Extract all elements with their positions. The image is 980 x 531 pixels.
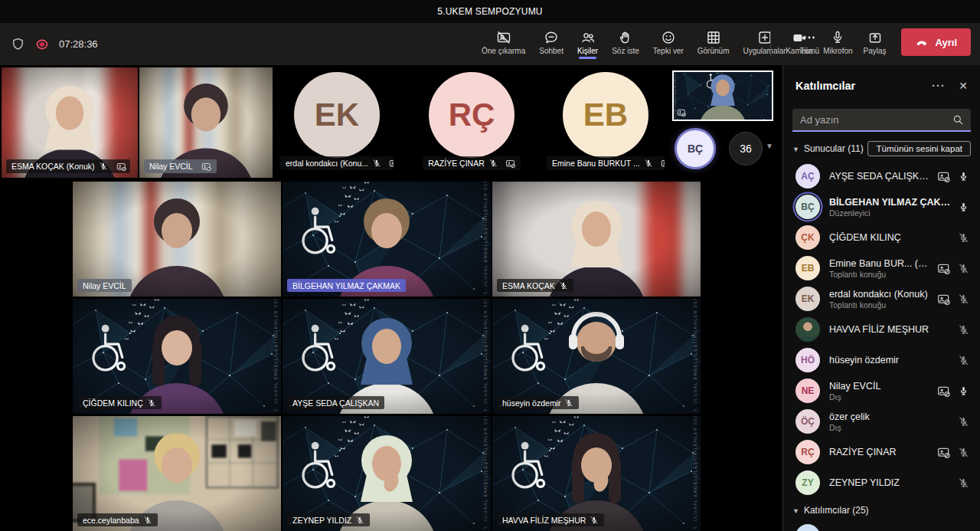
raise-hand-icon — [618, 29, 633, 46]
tile-participant-name: ZEYNEP YILDIZ — [292, 516, 351, 525]
mute-all-button[interactable]: Tümünün sesini kapat — [867, 141, 971, 156]
participant-row[interactable]: BÇ BİLGEHAN YILMAZ ÇAKMAKDüzenleyici — [783, 192, 980, 222]
participant-row[interactable]: NE Nilay EVCİLDış — [783, 375, 980, 406]
avatar: AÇ — [795, 164, 820, 188]
pin-to-view-icon[interactable] — [937, 446, 950, 459]
tile-participant-name: BİLGEHAN YILMAZ ÇAKMAK — [292, 281, 400, 290]
tile-nameplate: Nilay EVCİL — [144, 159, 217, 173]
participant-row[interactable]: ZY ZEYNEP YILDIZ — [783, 467, 980, 498]
tile-nameplate: Nilay EVCİL — [77, 279, 132, 292]
panel-header: Katılımcılar ⋯ ✕ — [783, 65, 980, 101]
pin-to-view-icon[interactable] — [937, 293, 950, 306]
avatar: ÖÇ — [795, 409, 820, 434]
tile-nameplate: BİLGEHAN YILMAZ ÇAKMAK — [287, 279, 406, 292]
toolbar-button-people[interactable]: Kişiler — [572, 28, 603, 59]
avatar: ZY — [795, 470, 820, 495]
muted-mic-icon[interactable] — [958, 263, 969, 274]
filmstrip-tile-video[interactable]: ESMA KOÇAK (Konuk) — [2, 67, 138, 178]
grid-video-tile[interactable]: 5. ULUSAL ENGELLİLEŞTİRİLENLER SEMPOZYUM… — [492, 416, 701, 531]
grid-video-tile[interactable]: 5. ULUSAL ENGELLİLEŞTİRİLENLER SEMPOZYUM… — [73, 299, 281, 414]
muted-mic-icon — [147, 398, 156, 408]
participant-row[interactable]: RÇ RAZİYE ÇINAR — [783, 437, 980, 467]
section-toggle[interactable]: ▼Katılımcılar (25) — [792, 505, 971, 516]
muted-mic-icon[interactable] — [958, 232, 969, 244]
pin-to-view-icon[interactable] — [937, 262, 950, 275]
avatar: BÇ — [795, 195, 820, 219]
grid-video-tile[interactable]: 5. ULUSAL ENGELLİLEŞTİRİLENLER SEMPOZYUM… — [492, 299, 701, 414]
participant-row[interactable]: ÖÇ özer çelikDış — [783, 406, 980, 437]
participant-name: Nilay EVCİL — [829, 381, 931, 392]
filmstrip-tile-avatar[interactable]: EK erdal kondakcı (Konu... — [274, 67, 400, 178]
participant-row[interactable]: EK erdal kondakcı (Konuk)Toplantı konuğu — [783, 284, 980, 314]
toolbar-button-share[interactable]: Paylaş — [858, 28, 892, 55]
participant-row[interactable]: AÇ AYŞE SEDA ÇALIŞKAN — [783, 161, 980, 192]
avatar: NE — [795, 379, 820, 403]
grid-video-tile[interactable]: 5. ULUSAL ENGELLİLEŞTİRİLENLER SEMPOZYUM… — [283, 299, 491, 414]
participant-row[interactable]: ÇK ÇİĞDEM KILINÇ — [783, 222, 980, 253]
overflow-avatar[interactable]: BÇ — [677, 130, 714, 167]
share-icon — [867, 29, 883, 46]
toolbar-button-camera[interactable]: Kamera — [780, 28, 818, 55]
tile-nameplate: erdal kondakcı (Konu... — [280, 156, 394, 170]
mic-icon[interactable] — [958, 202, 969, 213]
muted-mic-icon — [355, 516, 364, 525]
muted-mic-icon[interactable] — [958, 416, 969, 428]
participant-name: erdal kondakcı (Konuk) — [829, 289, 931, 300]
meeting-title: 5.UKEM SEMPOZYUMU — [437, 6, 542, 17]
muted-mic-icon[interactable] — [958, 355, 969, 366]
tile-nameplate: Emine Banu BURKUT ... — [547, 156, 665, 170]
filmstrip-tile-video[interactable]: Nilay EVCİL — [139, 67, 273, 178]
muted-mic-icon[interactable] — [958, 477, 969, 489]
chat-icon — [544, 29, 559, 46]
mic-icon[interactable] — [958, 171, 969, 182]
toolbar-button-view-grid[interactable]: Görünüm — [692, 28, 735, 59]
filmstrip-tile-avatar[interactable]: EB Emine Banu BURKUT ... — [541, 67, 671, 178]
self-view-tile[interactable]: 5. ULUSAL ENGELLİLEŞTİRİLENLER SEMPOZYUM… — [672, 70, 773, 121]
search-input[interactable] — [800, 114, 952, 126]
panel-more-icon[interactable]: ⋯ — [931, 77, 945, 93]
toolbar-button-chat[interactable]: Sohbet — [534, 28, 569, 59]
muted-mic-icon[interactable] — [958, 324, 969, 336]
grid-video-tile[interactable]: 5. ULUSAL ENGELLİLEŞTİRİLENLER SEMPOZYUM… — [283, 182, 491, 297]
muted-mic-icon — [488, 159, 498, 168]
grid-video-tile[interactable]: Nilay EVCİL — [73, 182, 281, 297]
camera-icon — [792, 29, 807, 46]
avatar: EK — [294, 72, 380, 158]
grid-video-tile[interactable]: ece.ceylanbaba — [73, 416, 281, 531]
section-presenters: ▼Sunucular (11) Tümünün sesini kapat — [783, 132, 980, 161]
toolbar-button-spotlight-off[interactable]: Öne çıkarma — [476, 28, 531, 59]
camera-flip-icon[interactable] — [677, 108, 686, 117]
tile-participant-name: Nilay EVCİL — [149, 162, 193, 171]
toolbar-button-raise-hand[interactable]: Söz iste — [606, 28, 645, 59]
toolbar-divider — [770, 30, 771, 56]
participant-row[interactable]: EB Emine Banu BUR... (Konuk)Toplantı kon… — [783, 253, 980, 284]
pin-to-view-icon[interactable] — [937, 170, 950, 183]
toolbar-button-reaction[interactable]: Tepki ver — [648, 28, 689, 59]
panel-close-icon[interactable]: ✕ — [959, 80, 968, 92]
leave-button[interactable]: Ayrıl — [901, 28, 971, 56]
pin-to-view-icon — [116, 162, 126, 172]
avatar-photo — [795, 317, 820, 342]
participant-subtitle: Dış — [829, 423, 952, 432]
tile-participant-name: RAZİYE ÇINAR — [428, 159, 485, 168]
grid-video-tile[interactable]: ESMA KOÇAK — [492, 182, 701, 297]
muted-mic-icon — [590, 516, 599, 525]
muted-mic-icon[interactable] — [958, 447, 969, 458]
toolbar-button-mic[interactable]: Mikrofon — [818, 28, 858, 55]
participant-search[interactable] — [792, 109, 971, 132]
collapse-filmstrip-chevron[interactable]: ▼ — [766, 142, 773, 150]
filmstrip-tile-avatar[interactable]: RÇ RAZİYE ÇINAR — [407, 67, 536, 178]
overflow-count-badge[interactable]: 36 — [729, 132, 763, 166]
section-attendees: ▼Katılımcılar (25) — [783, 498, 980, 521]
participant-name: Emine Banu BUR... (Konuk) — [829, 258, 931, 269]
grid-video-tile[interactable]: 5. ULUSAL ENGELLİLEŞTİRİLENLER SEMPOZYUM… — [283, 416, 491, 531]
tile-participant-name: ESMA KOÇAK (Konuk) — [11, 162, 95, 171]
participant-row[interactable]: HÖ hüseyin özdemir — [783, 345, 980, 375]
muted-mic-icon[interactable] — [958, 293, 969, 305]
participant-row[interactable]: Ayşe ÇAMURCU (Konuk) — [783, 521, 980, 531]
mic-icon[interactable] — [958, 385, 969, 397]
pin-to-view-icon[interactable] — [937, 385, 950, 398]
participant-row[interactable]: HAVVA FİLİZ MEŞHUR — [783, 314, 980, 345]
section-toggle[interactable]: ▼Sunucular (11) — [792, 143, 867, 154]
avatar: EK — [795, 287, 820, 311]
